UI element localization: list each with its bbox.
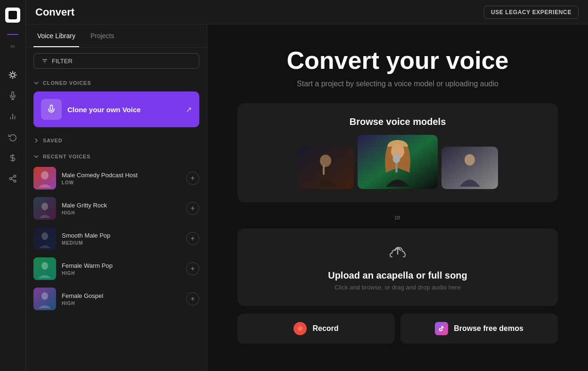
chevron-down-icon — [33, 80, 39, 86]
clone-voice-card[interactable]: Clone your own Voice ↗ — [33, 91, 199, 127]
voice-thumb-img-3 — [33, 257, 56, 280]
share-sidebar-icon[interactable] — [4, 170, 21, 187]
billing-sidebar-icon[interactable] — [4, 149, 21, 166]
clone-voice-label: Clone your own Voice — [67, 106, 141, 114]
svg-point-24 — [320, 155, 331, 167]
voice-add-btn-4[interactable]: + — [186, 292, 199, 305]
voice-thumb-2 — [33, 227, 56, 250]
browse-demos-label: Browse free demos — [454, 324, 523, 333]
page-title: Convert — [35, 6, 74, 18]
upload-icon — [388, 244, 407, 264]
icon-sidebar: ∞ — [0, 0, 26, 371]
svg-point-6 — [9, 178, 12, 180]
hero-title: Convert your voice — [286, 47, 508, 74]
voice-name-3: Female Warm Pop — [62, 262, 180, 269]
app-logo[interactable] — [5, 8, 20, 23]
left-panel: Voice Library Projects FILTER CLONED VOI… — [26, 25, 207, 371]
svg-point-30 — [393, 154, 400, 163]
saved-section-header[interactable]: SAVED — [26, 133, 207, 148]
svg-point-32 — [465, 154, 475, 165]
voice-item-4[interactable]: Female Gospel HIGH + — [26, 284, 207, 314]
voice-add-btn-0[interactable]: + — [186, 172, 199, 185]
recent-voices-header: RECENT VOICES — [26, 148, 207, 163]
voice-tag-3: HIGH — [62, 271, 180, 276]
svg-point-16 — [41, 203, 48, 210]
voice-item-0[interactable]: Male Comedy Podcast Host LOW + — [26, 163, 207, 193]
chevron-down-recent-icon — [33, 154, 39, 159]
voice-thumb-3 — [33, 257, 56, 280]
browse-img-left-art — [297, 147, 354, 189]
voice-item-3[interactable]: Female Warm Pop HIGH + — [26, 254, 207, 284]
upload-title: Upload an acapella or full song — [328, 270, 467, 281]
topbar: Convert USE LEGACY EXPERIENCE — [26, 0, 588, 25]
upload-card[interactable]: Upload an acapella or full song Click an… — [237, 229, 558, 306]
record-dot-icon — [294, 322, 307, 335]
hero-subtitle: Start a project by selecting a voice mod… — [297, 80, 498, 88]
voice-info-0: Male Comedy Podcast Host LOW — [62, 172, 180, 185]
record-button[interactable]: Record — [237, 313, 395, 344]
browse-demos-button[interactable]: Browse free demos — [400, 313, 558, 344]
voice-add-btn-2[interactable]: + — [186, 232, 199, 245]
tiktok-svg — [438, 325, 445, 332]
voice-thumb-1 — [33, 197, 56, 220]
voice-thumb-4 — [33, 288, 56, 310]
right-panel: Convert your voice Start a project by se… — [207, 25, 588, 371]
svg-line-8 — [11, 179, 14, 181]
legacy-experience-button[interactable]: USE LEGACY EXPERIENCE — [484, 6, 579, 19]
bars-sidebar-icon[interactable] — [4, 108, 21, 125]
panel-scroll: CLONED VOICES Clone your own Voice ↗ — [26, 74, 207, 371]
svg-rect-25 — [323, 165, 325, 175]
voice-add-btn-1[interactable]: + — [186, 202, 199, 215]
browse-img-right-art — [441, 147, 498, 189]
tab-projects[interactable]: Projects — [87, 25, 118, 47]
voice-name-2: Smooth Male Pop — [62, 232, 180, 239]
main-wrapper: Convert USE LEGACY EXPERIENCE Voice Libr… — [26, 0, 588, 371]
record-button-label: Record — [312, 324, 338, 333]
svg-point-20 — [41, 262, 48, 270]
sidebar-divider — [7, 34, 18, 35]
svg-point-5 — [14, 175, 16, 178]
browse-img-center — [358, 135, 438, 189]
tab-voice-library[interactable]: Voice Library — [33, 25, 79, 47]
history-sidebar-icon[interactable] — [4, 129, 21, 146]
voice-add-btn-3[interactable]: + — [186, 262, 199, 275]
voice-item-2[interactable]: Smooth Male Pop MEDIUM + — [26, 223, 207, 254]
voice-name-0: Male Comedy Podcast Host — [62, 172, 180, 179]
browse-img-center-art — [358, 135, 438, 189]
voice-tag-1: HIGH — [62, 210, 180, 215]
upload-subtitle: Click and browse, or drag and drop audio… — [335, 284, 460, 291]
voice-tag-4: HIGH — [62, 301, 180, 306]
voice-info-3: Female Warm Pop HIGH — [62, 262, 180, 276]
content-area: Voice Library Projects FILTER CLONED VOI… — [26, 25, 588, 371]
clone-arrow-icon: ↗ — [186, 105, 192, 114]
convert-icon[interactable] — [4, 66, 21, 83]
filter-button-label: FILTER — [52, 58, 73, 65]
mic-sidebar-icon[interactable] — [4, 87, 21, 104]
svg-point-22 — [41, 292, 48, 300]
browse-img-right — [441, 147, 498, 189]
voice-thumb-img-2 — [33, 227, 56, 250]
voice-info-1: Male Gritty Rock HIGH — [62, 202, 180, 215]
browse-img-left — [297, 147, 354, 189]
svg-point-7 — [14, 180, 16, 182]
browse-voice-models-card[interactable]: Browse voice models — [237, 103, 558, 202]
svg-point-18 — [41, 232, 48, 240]
voice-thumb-img-0 — [33, 167, 56, 190]
clone-icon-box — [41, 99, 62, 120]
chevron-right-icon — [33, 138, 39, 143]
record-dot-inner — [298, 326, 302, 331]
logo-inner — [8, 11, 17, 19]
svg-point-0 — [11, 73, 15, 77]
voice-item-1[interactable]: Male Gritty Rock HIGH + — [26, 193, 207, 223]
voice-thumb-0 — [33, 167, 56, 190]
bottom-actions: Record Browse free demos — [237, 313, 558, 344]
or-divider: or — [395, 214, 400, 221]
upload-svg-icon — [388, 244, 407, 261]
voice-tag-0: LOW — [62, 180, 180, 185]
voice-thumb-img-4 — [33, 288, 56, 310]
voice-thumb-img-1 — [33, 197, 56, 220]
voice-info-4: Female Gospel HIGH — [62, 292, 180, 306]
filter-button[interactable]: FILTER — [33, 53, 199, 69]
voice-name-1: Male Gritty Rock — [62, 202, 180, 209]
mic-clone-icon — [47, 105, 56, 114]
